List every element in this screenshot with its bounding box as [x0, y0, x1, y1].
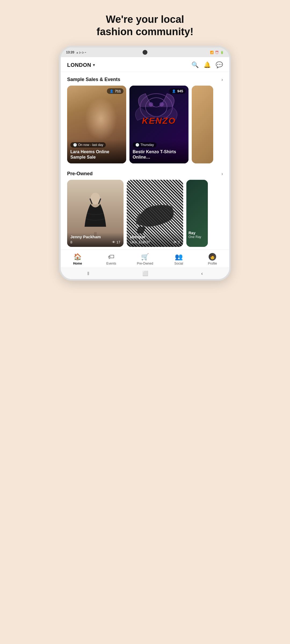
ray-brand-partial: Ray One Ray [189, 231, 201, 239]
uterque-meta: UK4, EUR37 👁 5 [130, 240, 180, 244]
uterque-brand: Uterque [130, 235, 180, 239]
notification-icon[interactable]: 🔔 [204, 61, 211, 68]
nav-profile-label: Profile [208, 262, 217, 265]
event-attendees-lara: 👤 711 [107, 88, 124, 94]
event-card-bottom-lara: 🕐 On now - last day Lara Heems Online Sa… [67, 140, 126, 164]
nav-profile[interactable]: 🧑 Profile [203, 253, 222, 265]
nav-home[interactable]: 🏠 Home [68, 253, 87, 265]
bottom-nav: 🏠 Home 🏷 Events 🛒 Pre-Owned 👥 Social 🧑 P… [61, 250, 229, 268]
nav-social[interactable]: 👥 Social [169, 253, 188, 265]
android-nav-bar: ⦀ ⬜ ‹ [61, 268, 229, 279]
nav-preowned-label: Pre-Owned [137, 262, 153, 265]
preowned-card-uterque[interactable]: Uterque UK4, EUR37 👁 5 [127, 180, 183, 247]
event-card-bottom-kenzo: 🕐 Thursday Bestir Kenzo T-Shirts Online… [129, 140, 189, 164]
event-time-badge-kenzo: 🕐 Thursday [133, 142, 157, 148]
status-icons: 📶 ⏰ 🔋 [210, 51, 224, 54]
preowned-card-jenny[interactable]: Jenny Packham 8 👁 17 [67, 180, 124, 247]
app-content: Sample Sales & Events › 👤 711 [61, 72, 229, 250]
status-time: 13:20 ▲ ▷ ▷ • [66, 50, 86, 54]
hero-line2: fashion community! [96, 26, 193, 37]
pre-owned-title: Pre-Owned [67, 171, 93, 177]
app-header: LONDON ▾ 🔍 🔔 💬 [61, 57, 229, 72]
location-selector[interactable]: LONDON ▾ [67, 62, 95, 68]
preowned-card-jenny-bottom: Jenny Packham 8 👁 17 [67, 232, 124, 247]
android-home-btn[interactable]: ⬜ [142, 270, 148, 276]
phone-frame: 13:20 ▲ ▷ ▷ • 📶 ⏰ 🔋 LONDON ▾ 🔍 🔔 💬 Sampl… [59, 46, 231, 281]
status-bar: 13:20 ▲ ▷ ▷ • 📶 ⏰ 🔋 [61, 47, 229, 57]
sample-sales-arrow[interactable]: › [222, 77, 223, 82]
camera-notch [143, 50, 147, 55]
nav-events-label: Events [106, 262, 116, 265]
social-icon: 👥 [175, 253, 183, 261]
event-time-badge-lara: 🕐 On now - last day [70, 142, 106, 148]
nav-home-label: Home [73, 262, 82, 265]
preowned-card-uterque-bottom: Uterque UK4, EUR37 👁 5 [127, 232, 183, 247]
pre-owned-arrow[interactable]: › [222, 171, 223, 176]
jenny-meta: 8 👁 17 [70, 240, 120, 244]
event-title-lara: Lara Heems Online Sample Sale [70, 149, 123, 160]
sample-sales-header: Sample Sales & Events › [61, 77, 229, 86]
events-icon: 🏷 [108, 253, 114, 261]
profile-avatar: 🧑 [209, 253, 216, 261]
header-icons: 🔍 🔔 💬 [191, 61, 223, 68]
nav-social-label: Social [174, 262, 183, 265]
message-icon[interactable]: 💬 [216, 61, 223, 68]
pre-owned-header: Pre-Owned › [61, 171, 229, 180]
events-cards-row: 👤 711 🕐 On now - last day Lara Heems Onl… [61, 86, 229, 163]
chevron-down-icon: ▾ [93, 63, 95, 67]
nav-preowned[interactable]: 🛒 Pre-Owned [136, 253, 154, 265]
home-icon: 🏠 [74, 253, 82, 261]
preowned-icon: 🛒 [141, 253, 149, 261]
nav-events[interactable]: 🏷 Events [102, 253, 121, 265]
hero-tagline: We're your local fashion community! [86, 8, 204, 46]
pre-owned-section: Pre-Owned › [61, 166, 229, 250]
preowned-cards-row: Jenny Packham 8 👁 17 [61, 180, 229, 247]
jenny-brand: Jenny Packham [70, 235, 120, 239]
event-title-kenzo: Bestir Kenzo T-Shirts Online… [133, 149, 185, 160]
event-attendees-kenzo: 👤 945 [169, 88, 186, 94]
sample-sales-title: Sample Sales & Events [67, 77, 120, 82]
event-card-lara-heems[interactable]: 👤 711 🕐 On now - last day Lara Heems Onl… [67, 86, 126, 163]
search-icon[interactable]: 🔍 [191, 61, 199, 68]
event-card-kenzo[interactable]: KENZO 👤 945 🕐 Thursday Bestir Kenzo T-Sh… [129, 86, 189, 163]
hero-line1: We're your local [106, 14, 184, 25]
event-card-partial [192, 86, 213, 163]
sample-sales-section: Sample Sales & Events › 👤 711 [61, 72, 229, 166]
location-text: LONDON [67, 62, 91, 68]
android-menu-btn[interactable]: ⦀ [87, 271, 89, 276]
preowned-card-ray-partial: Ray One Ray [186, 180, 208, 247]
android-back-btn[interactable]: ‹ [201, 271, 203, 276]
